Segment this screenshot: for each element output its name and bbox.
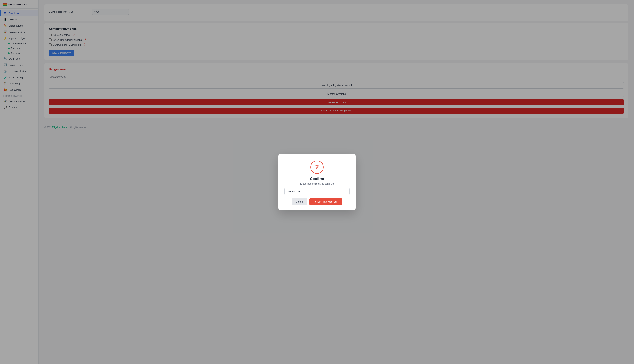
perform-split-button[interactable]: Perform train / test split [309, 198, 342, 205]
modal-actions: Cancel Perform train / test split [284, 198, 350, 205]
modal-icon-circle: ? [310, 160, 324, 174]
modal-subtitle: Enter "perform split" to continue [300, 182, 334, 185]
modal-overlay[interactable]: ? Confirm Enter "perform split" to conti… [0, 0, 634, 364]
cancel-button[interactable]: Cancel [292, 198, 307, 205]
confirm-modal: ? Confirm Enter "perform split" to conti… [278, 154, 356, 210]
confirm-input[interactable] [284, 188, 350, 195]
modal-title: Confirm [310, 177, 324, 181]
question-mark-icon: ? [315, 164, 319, 170]
